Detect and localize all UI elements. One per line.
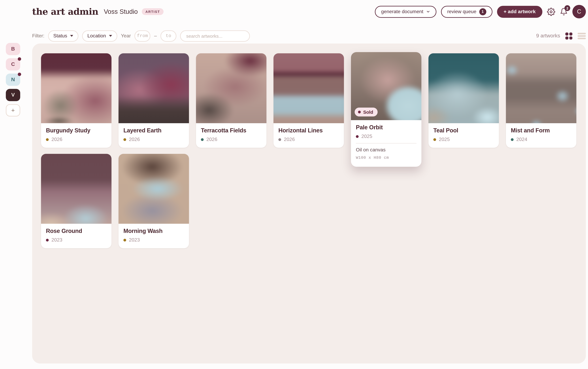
notification-count-badge: 2 <box>564 5 570 11</box>
avatar[interactable]: C <box>572 5 586 18</box>
year-from-input[interactable] <box>134 30 150 41</box>
status-filter-dropdown[interactable]: Status <box>48 30 79 41</box>
artwork-title: Burgundy Study <box>46 127 107 134</box>
review-queue-button[interactable]: review queue 1 <box>441 6 492 18</box>
sold-badge: Sold <box>355 108 378 116</box>
artwork-title: Terracotta Fields <box>201 127 261 134</box>
settings-button[interactable] <box>547 8 555 16</box>
artwork-year: 2026 <box>129 137 140 142</box>
artwork-year: 2023 <box>51 237 62 243</box>
brand: the art admin Voss Studio ARTIST <box>32 6 164 17</box>
app-viewport: the art admin Voss Studio ARTIST generat… <box>0 0 588 369</box>
artwork-status: 2026 <box>278 137 339 142</box>
status-dot <box>123 138 126 141</box>
artwork-status: 2024 <box>511 137 571 142</box>
artwork-card-layered-earth[interactable]: Layered Earth 2026 <box>119 53 189 148</box>
artwork-status: 2025 <box>433 137 494 142</box>
artwork-card-terracotta-fields[interactable]: Terracotta Fields 2026 <box>196 53 266 148</box>
artwork-thumbnail <box>273 53 344 123</box>
artwork-status: 2025 <box>356 134 417 139</box>
filter-bar: Filter: Status Location Year – 9 artwork… <box>32 30 586 42</box>
notifications-button[interactable]: 2 <box>560 8 568 16</box>
artwork-medium: Oil on canvas <box>356 147 417 153</box>
sold-dot <box>358 111 361 113</box>
grid-view-icon[interactable] <box>565 32 572 39</box>
artwork-title: Teal Pool <box>433 127 494 134</box>
chevron-down-icon <box>426 10 430 14</box>
artwork-year: 2023 <box>129 237 140 243</box>
artwork-thumbnail <box>119 154 189 224</box>
artwork-card-pale-orbit-expanded[interactable]: Sold Pale Orbit 2025 Oil on canvas W100 … <box>351 52 421 167</box>
sidebar-item-workspace-v-active[interactable]: V <box>6 89 20 101</box>
artwork-thumbnail <box>196 53 266 123</box>
sidebar-item-workspace-c[interactable]: C <box>6 58 20 71</box>
artwork-thumbnail <box>506 53 576 123</box>
artwork-dimensions: W100 x H80 cm <box>356 155 417 160</box>
artwork-title: Pale Orbit <box>356 124 417 131</box>
artwork-status: 2026 <box>123 137 184 142</box>
artwork-title: Layered Earth <box>123 127 184 134</box>
generate-document-button[interactable]: generate document <box>375 6 437 18</box>
artwork-year: 2026 <box>284 137 295 142</box>
status-dot <box>123 239 126 241</box>
artwork-card-mist-and-form[interactable]: Mist and Form 2024 <box>506 53 576 148</box>
header-actions: generate document review queue 1 + add a… <box>375 5 586 18</box>
add-artwork-label: + add artwork <box>504 9 536 14</box>
location-filter-label: Location <box>88 33 106 39</box>
review-queue-label: review queue <box>447 9 476 14</box>
artwork-thumbnail <box>119 53 189 123</box>
status-filter-label: Status <box>53 33 67 39</box>
status-dot <box>278 138 281 141</box>
year-to-input[interactable] <box>160 30 176 41</box>
artwork-thumbnail: Sold <box>351 52 421 120</box>
sidebar-item-workspace-n[interactable]: N <box>6 73 20 86</box>
artwork-thumbnail <box>41 53 111 123</box>
notification-dot <box>18 73 21 76</box>
generate-document-label: generate document <box>381 9 423 14</box>
artwork-card-teal-pool[interactable]: Teal Pool 2025 <box>429 53 499 148</box>
status-dot <box>511 138 514 141</box>
location-filter-dropdown[interactable]: Location <box>82 30 117 41</box>
gear-icon <box>547 8 555 16</box>
caret-down-icon <box>70 35 73 37</box>
sold-label: Sold <box>363 109 373 115</box>
status-dot <box>46 138 49 141</box>
artwork-title: Morning Wash <box>123 228 184 235</box>
caret-down-icon <box>109 35 112 37</box>
artwork-card-horizontal-lines[interactable]: Horizontal Lines 2026 <box>273 53 344 148</box>
add-artwork-button[interactable]: + add artwork <box>497 6 542 18</box>
artwork-status: 2023 <box>46 237 107 243</box>
status-dot <box>356 135 359 138</box>
artwork-year: 2024 <box>516 137 527 142</box>
card-divider <box>356 143 417 144</box>
artworks-grid: Burgundy Study 2026 Layered Earth 2026 <box>41 53 576 248</box>
artwork-thumbnail <box>429 53 499 123</box>
year-range-separator: – <box>154 33 157 39</box>
filter-controls: Filter: Status Location Year – <box>32 30 250 41</box>
artwork-year: 2025 <box>439 137 450 142</box>
add-workspace-button[interactable]: + <box>6 104 20 116</box>
status-dot <box>46 239 49 241</box>
notification-dot <box>18 57 21 61</box>
artwork-thumbnail <box>41 154 111 224</box>
artwork-year: 2025 <box>361 134 372 139</box>
artwork-card-burgundy-study[interactable]: Burgundy Study 2026 <box>41 53 111 148</box>
artwork-status: 2026 <box>46 137 107 142</box>
top-bar: the art admin Voss Studio ARTIST generat… <box>32 4 586 20</box>
artwork-card-morning-wash[interactable]: Morning Wash 2023 <box>119 154 189 248</box>
artwork-title: Mist and Form <box>511 127 571 134</box>
sidebar-item-workspace-b[interactable]: B <box>6 43 20 55</box>
status-dot <box>201 138 204 141</box>
status-dot <box>433 138 436 141</box>
artwork-status: 2026 <box>201 137 261 142</box>
list-view-icon[interactable] <box>578 33 586 39</box>
review-queue-count-badge: 1 <box>479 8 486 15</box>
search-input[interactable] <box>180 30 250 41</box>
workspace-letter: C <box>11 61 15 67</box>
artwork-card-rose-ground[interactable]: Rose Ground 2023 <box>41 154 111 248</box>
workspace-sidebar: B C N V + <box>6 43 20 116</box>
artwork-year: 2026 <box>51 137 62 142</box>
artworks-panel: Burgundy Study 2026 Layered Earth 2026 <box>32 43 586 363</box>
workspace-name: Voss Studio <box>104 8 138 15</box>
view-controls: 9 artworks <box>536 32 586 39</box>
